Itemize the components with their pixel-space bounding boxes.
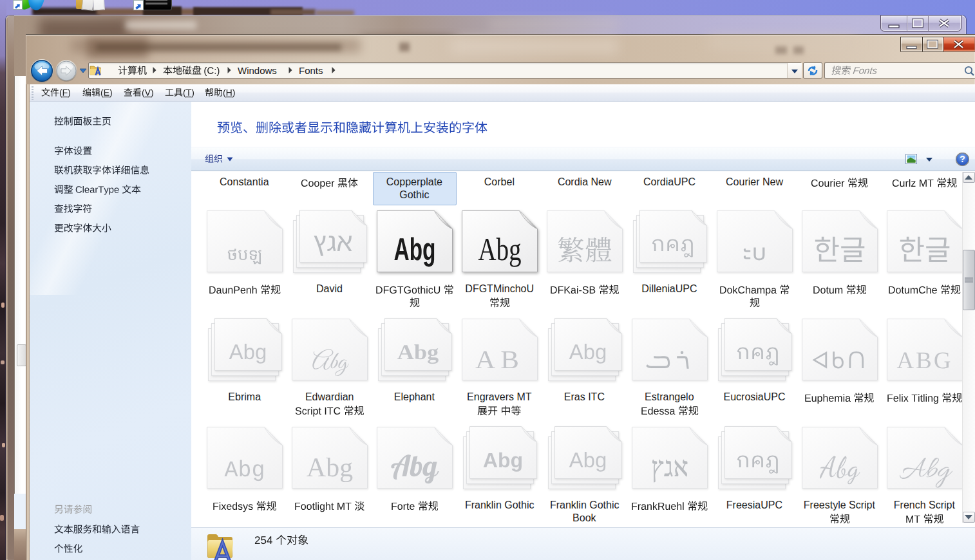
- svg-text:?: ?: [960, 154, 965, 164]
